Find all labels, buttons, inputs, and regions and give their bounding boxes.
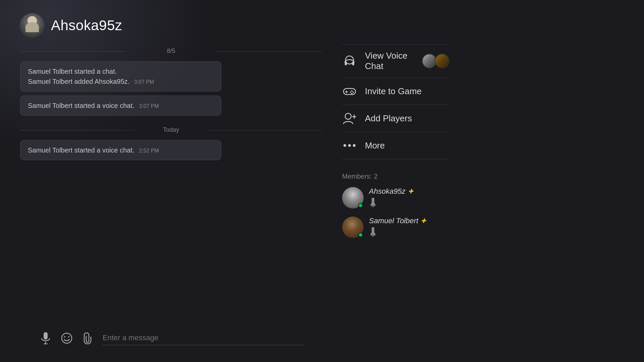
member-avatar-wrap — [342, 187, 364, 208]
svg-rect-19 — [372, 205, 374, 207]
svg-point-6 — [351, 90, 353, 92]
gamepad-icon — [342, 84, 357, 99]
date-divider: 8/5 — [20, 48, 322, 55]
add-players-label: Add Players — [365, 113, 412, 124]
main-layout: 8/5 Samuel Tolbert started a chat. Samue… — [0, 44, 644, 362]
invite-to-game-label: Invite to Game — [365, 86, 422, 97]
add-person-icon — [342, 111, 357, 126]
member-status-icons — [369, 227, 426, 237]
page-title: Ahsoka95z — [51, 17, 122, 34]
svg-point-27 — [62, 333, 72, 343]
member-avatar-wrap — [342, 217, 364, 238]
header: Ahsoka95z — [0, 0, 644, 44]
member-info: Ahsoka95z ✚ — [369, 187, 413, 207]
right-panel: View Voice Chat — [322, 44, 449, 362]
svg-point-9 — [351, 93, 353, 94]
message-text: Samuel Tolbert started a voice chat. — [28, 102, 135, 109]
mini-avatar-samuel — [435, 54, 449, 68]
member-item-ahsoka: Ahsoka95z ✚ — [342, 187, 449, 208]
controller-status-icon — [369, 198, 377, 207]
message-bubble: Samuel Tolbert started a voice chat. 3:0… — [20, 96, 221, 116]
svg-point-28 — [64, 336, 65, 338]
member-name-row: Samuel Tolbert ✚ — [369, 217, 426, 225]
svg-point-15 — [353, 144, 356, 147]
psplus-icon: ✚ — [421, 217, 426, 225]
member-name-row: Ahsoka95z ✚ — [369, 187, 413, 196]
svg-point-29 — [68, 336, 69, 338]
svg-rect-23 — [372, 235, 374, 237]
psplus-icon: ✚ — [408, 188, 413, 195]
message-bubble: Samuel Tolbert started a voice chat. 2:5… — [20, 140, 221, 160]
member-item-samuel: Samuel Tolbert ✚ — [342, 217, 449, 238]
headset-icon — [342, 54, 357, 68]
voice-chat-avatars — [422, 54, 449, 68]
view-voice-chat-label: View Voice Chat — [365, 51, 414, 71]
message-text: Samuel Tolbert started a voice chat. — [28, 146, 135, 154]
members-section: Members: 2 Ahsoka95z ✚ — [342, 173, 449, 246]
message-time: 2:52 PM — [139, 148, 159, 154]
avatar-witcher-img — [20, 13, 44, 38]
svg-point-8 — [350, 92, 351, 93]
action-menu: View Voice Chat — [342, 44, 449, 159]
message-time: 3:07 PM — [139, 103, 159, 109]
message-input-wrap — [103, 331, 304, 345]
more-button[interactable]: More — [342, 132, 449, 159]
message-text: Samuel Tolbert started a chat. — [28, 68, 117, 75]
app-container: Ahsoka95z 8/5 Samuel Tolbert started a c… — [0, 0, 644, 362]
member-info: Samuel Tolbert ✚ — [369, 217, 426, 237]
member-name: Ahsoka95z — [369, 187, 406, 196]
add-players-button[interactable]: Add Players — [342, 105, 449, 132]
more-label: More — [365, 140, 385, 151]
svg-point-13 — [343, 144, 346, 147]
today-divider: Today — [20, 126, 322, 133]
message-time: 3:07 PM — [134, 79, 154, 85]
message-subtext: Samuel Tolbert added Ahsoka95z. — [28, 78, 129, 85]
svg-point-7 — [353, 92, 354, 93]
invite-to-game-button[interactable]: Invite to Game — [342, 78, 449, 105]
online-indicator — [358, 203, 363, 208]
attach-button[interactable] — [83, 332, 93, 344]
chat-area: 8/5 Samuel Tolbert started a chat. Samue… — [20, 44, 322, 362]
ellipsis-icon — [342, 138, 357, 153]
mic-button[interactable] — [40, 332, 51, 344]
members-count: Members: 2 — [342, 173, 449, 180]
message-bubble: Samuel Tolbert started a chat. Samuel To… — [20, 61, 221, 92]
svg-rect-24 — [44, 332, 48, 340]
message-input[interactable] — [103, 334, 304, 342]
svg-point-14 — [348, 144, 351, 147]
emoji-button[interactable] — [61, 333, 72, 344]
online-indicator — [358, 233, 363, 237]
chat-input-bar — [0, 321, 644, 362]
member-status-icons — [369, 198, 413, 207]
header-avatar — [20, 13, 44, 38]
controller-status-icon — [369, 227, 377, 237]
svg-point-10 — [345, 113, 351, 119]
member-name: Samuel Tolbert — [369, 217, 418, 225]
view-voice-chat-button[interactable]: View Voice Chat — [342, 44, 449, 78]
